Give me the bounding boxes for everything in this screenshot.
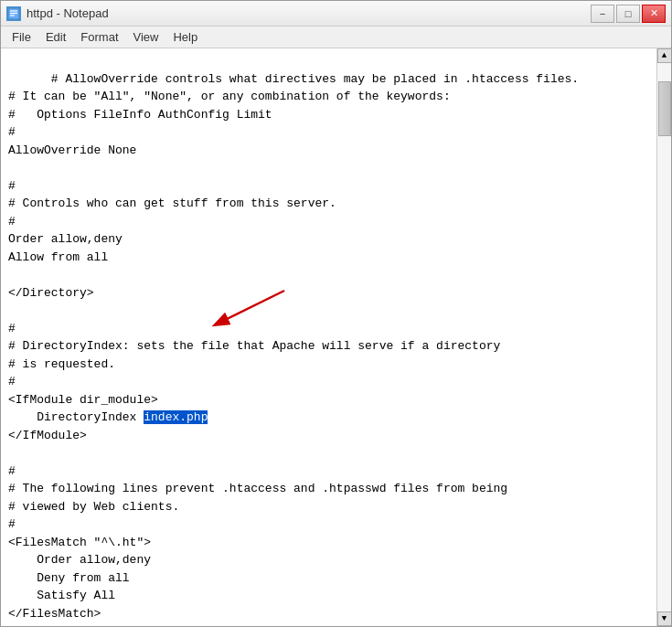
window-controls: − □ ✕	[591, 5, 666, 23]
menu-bar: File Edit Format View Help	[1, 27, 671, 48]
title-bar: httpd - Notepad − □ ✕	[1, 1, 671, 27]
editor-area: # AllowOverride controls what directives…	[1, 48, 671, 626]
app-icon	[6, 6, 21, 21]
text-editor[interactable]: # AllowOverride controls what directives…	[1, 48, 656, 626]
menu-view[interactable]: View	[126, 28, 166, 46]
maximize-button[interactable]: □	[616, 5, 640, 23]
scroll-down-button[interactable]: ▼	[657, 611, 672, 626]
menu-edit[interactable]: Edit	[38, 28, 73, 46]
svg-line-4	[216, 291, 284, 324]
line-1: # AllowOverride controls what directives…	[8, 72, 579, 627]
minimize-button[interactable]: −	[591, 5, 614, 23]
menu-format[interactable]: Format	[73, 28, 125, 46]
vertical-scrollbar: ▲ ▼	[656, 48, 671, 626]
highlighted-text: index.php	[144, 410, 208, 424]
title-bar-left: httpd - Notepad	[6, 6, 109, 21]
menu-help[interactable]: Help	[165, 28, 205, 46]
window-title: httpd - Notepad	[27, 6, 109, 20]
close-button[interactable]: ✕	[642, 5, 666, 23]
scroll-track[interactable]	[657, 63, 671, 611]
scroll-thumb[interactable]	[658, 81, 671, 136]
menu-file[interactable]: File	[5, 28, 38, 46]
scroll-up-button[interactable]: ▲	[657, 48, 672, 63]
main-window: httpd - Notepad − □ ✕ File Edit Format V…	[0, 0, 672, 627]
